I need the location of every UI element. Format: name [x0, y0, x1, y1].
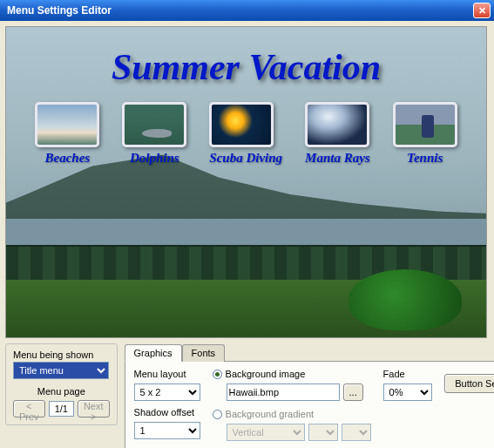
thumb-item[interactable]: Tennis [393, 102, 457, 166]
thumb-label: Manta Rays [305, 151, 370, 166]
menu-layout-label: Menu layout [134, 369, 200, 379]
thumb-item[interactable]: Scuba Diving [209, 102, 282, 166]
radio-off-icon [213, 410, 222, 419]
radio-on-icon [213, 370, 222, 379]
tab-strip: Graphics Fonts [125, 344, 494, 362]
thumbnail-row: Beaches Dolphins Scuba Diving Manta Rays… [6, 102, 486, 166]
preview-bg-bush [349, 269, 462, 330]
bg-image-radio[interactable]: Background image [213, 369, 371, 379]
gradient-color2-select[interactable] [342, 424, 371, 441]
fade-select[interactable]: 0% [383, 384, 432, 401]
thumb-label: Dolphins [122, 151, 186, 166]
menu-layout-select[interactable]: 5 x 2 [134, 384, 200, 401]
bg-image-field[interactable] [227, 384, 340, 401]
thumb-image-manta [305, 102, 369, 147]
browse-button[interactable]: ... [343, 384, 363, 401]
close-button[interactable]: ✕ [473, 3, 491, 18]
menu-shown-select[interactable]: Title menu [13, 362, 109, 379]
menu-preview: Summer Vacation Beaches Dolphins Scuba D… [5, 26, 487, 338]
window-title: Menu Settings Editor [7, 4, 473, 17]
graphics-tab-panel: Menu layout 5 x 2 Shadow offset 1 Backgr… [125, 361, 494, 448]
thumb-item[interactable]: Beaches [35, 102, 99, 166]
prev-page-button[interactable]: < Prev [13, 400, 45, 417]
thumb-item[interactable]: Manta Rays [305, 102, 370, 166]
title-bar: Menu Settings Editor ✕ [0, 0, 494, 21]
bg-gradient-radio[interactable]: Background gradient [213, 409, 371, 419]
thumb-image-tennis [393, 102, 457, 147]
next-page-button[interactable]: Next > [78, 400, 110, 417]
gradient-color1-select[interactable] [308, 424, 338, 441]
tab-graphics[interactable]: Graphics [125, 344, 182, 362]
menu-page-label: Menu page [13, 386, 110, 397]
close-icon: ✕ [478, 5, 486, 17]
page-indicator: 1/1 [49, 401, 74, 417]
thumb-image-beaches [35, 102, 99, 147]
thumb-label: Tennis [393, 151, 457, 166]
thumb-image-scuba [209, 102, 274, 147]
menu-shown-label: Menu being shown [13, 350, 110, 360]
thumb-item[interactable]: Dolphins [122, 102, 186, 166]
menu-title: Summer Vacation [6, 46, 486, 88]
thumb-label: Beaches [35, 151, 99, 166]
button-settings-button[interactable]: Button Settings [444, 374, 494, 393]
thumb-label: Scuba Diving [209, 151, 282, 166]
menu-shown-panel: Menu being shown Title menu Menu page < … [5, 343, 118, 425]
fade-label: Fade [383, 369, 432, 379]
bg-image-label: Background image [226, 369, 306, 379]
shadow-offset-label: Shadow offset [134, 407, 200, 417]
thumb-image-dolphins [122, 102, 186, 147]
bg-gradient-label: Background gradient [226, 409, 315, 419]
tab-fonts[interactable]: Fonts [182, 344, 226, 362]
shadow-offset-select[interactable]: 1 [134, 422, 200, 439]
gradient-direction-select[interactable]: Vertical [227, 424, 305, 441]
